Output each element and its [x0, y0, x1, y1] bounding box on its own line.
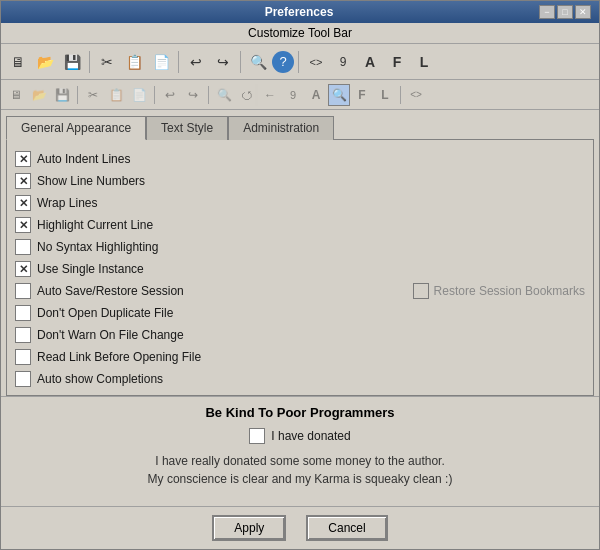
no-warn-label: Don't Warn On File Change [37, 328, 184, 342]
tab-administration[interactable]: Administration [228, 116, 334, 140]
tb-search-icon[interactable]: 🔍 [245, 49, 271, 75]
title-bar: Preferences − □ ✕ [1, 1, 599, 23]
option-read-link: Read Link Before Opening File [15, 346, 585, 368]
cancel-button[interactable]: Cancel [306, 515, 387, 541]
tb2-refresh-icon[interactable]: ⭯ [236, 84, 258, 106]
restore-bookmarks-checkbox[interactable] [413, 283, 429, 299]
donated-label: I have donated [271, 429, 350, 443]
no-syntax-checkbox[interactable] [15, 239, 31, 255]
tb2-redo-icon[interactable]: ↪ [182, 84, 204, 106]
toolbar-separator-4 [298, 51, 299, 73]
show-line-numbers-checkbox[interactable] [15, 173, 31, 189]
window-controls: − □ ✕ [539, 5, 591, 19]
tb2-copy-icon[interactable]: 📋 [105, 84, 127, 106]
tab-bar: General Appearance Text Style Administra… [1, 110, 599, 139]
no-syntax-label: No Syntax Highlighting [37, 240, 158, 254]
toolbar-primary: 🖥 📂 💾 ✂ 📋 📄 ↩ ↪ 🔍 ? <> 9 A F L [1, 44, 599, 80]
tb2-save-icon[interactable]: 💾 [51, 84, 73, 106]
read-link-checkbox[interactable] [15, 349, 31, 365]
donated-checkbox[interactable] [249, 428, 265, 444]
restore-group: Restore Session Bookmarks [413, 283, 585, 299]
tb-f-icon[interactable]: F [384, 49, 410, 75]
tb-help-icon[interactable]: ? [272, 51, 294, 73]
maximize-button[interactable]: □ [557, 5, 573, 19]
tb-cut-icon[interactable]: ✂ [94, 49, 120, 75]
read-link-label: Read Link Before Opening File [37, 350, 201, 364]
tb2-a-icon[interactable]: A [305, 84, 327, 106]
no-warn-checkbox[interactable] [15, 327, 31, 343]
tb2-l-icon[interactable]: L [374, 84, 396, 106]
option-single-instance: Use Single Instance [15, 258, 585, 280]
tb-paste-icon[interactable]: 📄 [148, 49, 174, 75]
minimize-button[interactable]: − [539, 5, 555, 19]
single-instance-checkbox[interactable] [15, 261, 31, 277]
donate-checkbox-row: I have donated [9, 428, 591, 444]
window-title: Preferences [59, 5, 539, 19]
tb2-num-icon[interactable]: 9 [282, 84, 304, 106]
donate-section: Be Kind To Poor Programmers I have donat… [1, 396, 599, 506]
single-instance-label: Use Single Instance [37, 262, 144, 276]
auto-complete-checkbox[interactable] [15, 371, 31, 387]
preferences-window: Preferences − □ ✕ Customize Tool Bar 🖥 📂… [0, 0, 600, 550]
tb-num-icon[interactable]: 9 [330, 49, 356, 75]
tb2-back-icon[interactable]: ← [259, 84, 281, 106]
option-no-duplicate: Don't Open Duplicate File [15, 302, 585, 324]
option-wrap-lines: Wrap Lines [15, 192, 585, 214]
tb-new-icon[interactable]: 🖥 [5, 49, 31, 75]
apply-button[interactable]: Apply [212, 515, 286, 541]
tb2-open-icon[interactable]: 📂 [28, 84, 50, 106]
option-show-line-numbers: Show Line Numbers [15, 170, 585, 192]
tb-code-icon[interactable]: <> [303, 49, 329, 75]
toolbar-separator-2 [178, 51, 179, 73]
close-button[interactable]: ✕ [575, 5, 591, 19]
tb2-paste-icon[interactable]: 📄 [128, 84, 150, 106]
toolbar-separator-3 [240, 51, 241, 73]
highlight-current-checkbox[interactable] [15, 217, 31, 233]
auto-save-checkbox[interactable] [15, 283, 31, 299]
donate-line2: My conscience is clear and my Karma is s… [148, 472, 453, 486]
tb2-search2-icon[interactable]: 🔍 [328, 84, 350, 106]
toolbar-secondary: 🖥 📂 💾 ✂ 📋 📄 ↩ ↪ 🔍 ⭯ ← 9 A 🔍 F L <> [1, 80, 599, 110]
option-auto-complete: Auto show Completions [15, 368, 585, 390]
tb2-cut-icon[interactable]: ✂ [82, 84, 104, 106]
tb2-code-icon[interactable]: <> [405, 84, 427, 106]
no-duplicate-checkbox[interactable] [15, 305, 31, 321]
restore-bookmarks-label: Restore Session Bookmarks [434, 284, 585, 298]
tab-general[interactable]: General Appearance [6, 116, 146, 140]
tb-undo-icon[interactable]: ↩ [183, 49, 209, 75]
tab-text-style[interactable]: Text Style [146, 116, 228, 140]
option-highlight-current: Highlight Current Line [15, 214, 585, 236]
tb-copy-icon[interactable]: 📋 [121, 49, 147, 75]
donate-title: Be Kind To Poor Programmers [9, 405, 591, 420]
option-no-syntax: No Syntax Highlighting [15, 236, 585, 258]
donate-line1: I have really donated some some money to… [155, 454, 445, 468]
donate-message: I have really donated some some money to… [9, 452, 591, 488]
option-auto-save-row: Auto Save/Restore Session Restore Sessio… [15, 280, 585, 302]
option-auto-save: Auto Save/Restore Session [15, 283, 184, 299]
tb2-new-icon[interactable]: 🖥 [5, 84, 27, 106]
wrap-lines-checkbox[interactable] [15, 195, 31, 211]
tb2-f-icon[interactable]: F [351, 84, 373, 106]
show-line-numbers-label: Show Line Numbers [37, 174, 145, 188]
option-no-warn: Don't Warn On File Change [15, 324, 585, 346]
auto-indent-checkbox[interactable] [15, 151, 31, 167]
tb-redo-icon[interactable]: ↪ [210, 49, 236, 75]
auto-indent-label: Auto Indent Lines [37, 152, 130, 166]
tb2-undo-icon[interactable]: ↩ [159, 84, 181, 106]
toolbar2-sep1 [77, 86, 78, 104]
tb2-search-icon[interactable]: 🔍 [213, 84, 235, 106]
tb-open-icon[interactable]: 📂 [32, 49, 58, 75]
toolbar-separator-1 [89, 51, 90, 73]
auto-complete-label: Auto show Completions [37, 372, 163, 386]
tb-save-icon[interactable]: 💾 [59, 49, 85, 75]
wrap-lines-label: Wrap Lines [37, 196, 97, 210]
auto-save-label: Auto Save/Restore Session [37, 284, 184, 298]
toolbar2-sep2 [154, 86, 155, 104]
toolbar-label: Customize Tool Bar [1, 23, 599, 44]
option-auto-indent: Auto Indent Lines [15, 148, 585, 170]
toolbar2-sep4 [400, 86, 401, 104]
tb-a-icon[interactable]: A [357, 49, 383, 75]
toolbar2-sep3 [208, 86, 209, 104]
tb-l-icon[interactable]: L [411, 49, 437, 75]
button-row: Apply Cancel [1, 506, 599, 549]
